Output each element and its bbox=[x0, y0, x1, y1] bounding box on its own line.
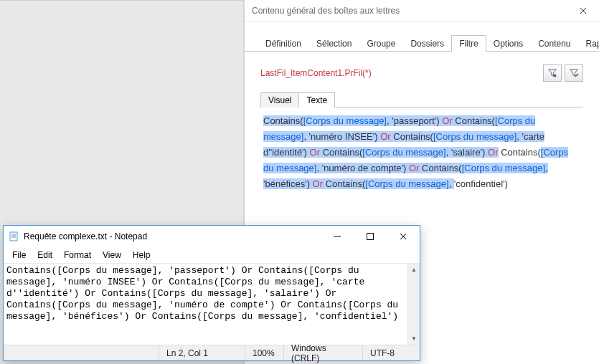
status-zoom: 100% bbox=[245, 345, 283, 360]
filter-token: [Corps du message] bbox=[365, 178, 448, 189]
main-tabs: DéfinitionSélectionGroupeDossiersFiltreO… bbox=[245, 21, 599, 52]
filter-token: Contains( bbox=[419, 163, 461, 173]
tab-contenu[interactable]: Contenu bbox=[530, 35, 578, 52]
filter-token: Or bbox=[442, 115, 452, 126]
window-titlebar: Contenu général des boîtes aux lettres bbox=[245, 0, 599, 21]
filter-token: Or bbox=[310, 147, 320, 158]
subtab-visuel[interactable]: Visuel bbox=[260, 92, 299, 107]
maximize-icon bbox=[367, 233, 374, 240]
sub-tabs: VisuelTexte bbox=[260, 92, 583, 107]
expression-row: LastFil_ItemContent1.PrFil(*) bbox=[260, 64, 583, 82]
subtab-texte[interactable]: Texte bbox=[298, 92, 335, 107]
status-encoding: UTF-8 bbox=[362, 345, 420, 360]
notepad-menubar: FileEditFormatViewHelp bbox=[4, 247, 420, 264]
filter-token: 'numéro de compte' bbox=[322, 163, 403, 173]
status-position: Ln 2, Col 1 bbox=[159, 345, 245, 360]
tab-body: LastFil_ItemContent1.PrFil(*) VisuelText… bbox=[245, 52, 599, 211]
status-eol: Windows (CRLF) bbox=[283, 345, 362, 360]
filter-token: , bbox=[517, 131, 522, 142]
filter-check-button[interactable] bbox=[565, 64, 583, 82]
filter-token: 'confidentiel') bbox=[454, 178, 508, 189]
filter-token: 'numéro INSEE' bbox=[309, 131, 375, 142]
status-spacer bbox=[4, 345, 159, 360]
notepad-icon bbox=[8, 231, 19, 242]
tab-groupe[interactable]: Groupe bbox=[359, 35, 403, 52]
filter-token: Contains( bbox=[263, 115, 303, 126]
tab-rapport[interactable]: Rapport bbox=[578, 35, 599, 52]
menu-edit[interactable]: Edit bbox=[32, 249, 58, 262]
notepad-title: Requête complexe.txt - Notepad bbox=[24, 231, 321, 241]
close-icon bbox=[580, 7, 587, 14]
filter-token: [Corps du message] bbox=[433, 131, 517, 142]
svg-rect-1 bbox=[10, 232, 17, 241]
filter-token: Contains( bbox=[323, 178, 365, 189]
filter-token: , bbox=[449, 178, 454, 189]
expression-text: LastFil_ItemContent1.PrFil(*) bbox=[260, 68, 540, 78]
svg-rect-0 bbox=[554, 75, 557, 77]
filter-token: ) bbox=[304, 147, 310, 158]
filter-token: ) bbox=[307, 178, 313, 189]
tab-filtre[interactable]: Filtre bbox=[451, 35, 486, 52]
filter-token: Contains( bbox=[453, 115, 495, 126]
filter-token: ) bbox=[482, 147, 488, 158]
editor-wrap: Contains([Corps du message], 'passeport'… bbox=[4, 264, 420, 345]
filter-token: Or bbox=[409, 163, 419, 173]
filter-token: [Corps du message] bbox=[362, 147, 445, 158]
notepad-close-button[interactable] bbox=[387, 226, 420, 247]
funnel-check-icon bbox=[569, 68, 579, 78]
filter-token: , bbox=[316, 163, 321, 173]
tab-options[interactable]: Options bbox=[486, 35, 531, 52]
scroll-down-icon[interactable]: ▼ bbox=[408, 332, 420, 345]
filter-token: [Corps du message] bbox=[462, 163, 545, 173]
filter-token: 'passeport' bbox=[392, 115, 436, 126]
filter-token: [Corps du message] bbox=[303, 115, 387, 126]
filter-token: , bbox=[545, 163, 548, 173]
notepad-window: Requête complexe.txt - Notepad FileEditF… bbox=[3, 225, 420, 361]
filter-token: , bbox=[446, 147, 451, 158]
tab-sélection[interactable]: Sélection bbox=[308, 35, 359, 52]
minimize-button[interactable] bbox=[321, 226, 354, 247]
menu-file[interactable]: File bbox=[6, 249, 32, 262]
filter-token: 'salaire' bbox=[451, 147, 482, 158]
filter-token: ) bbox=[403, 163, 409, 173]
menu-format[interactable]: Format bbox=[58, 249, 97, 262]
filter-options-button[interactable] bbox=[543, 64, 562, 82]
vertical-scrollbar[interactable]: ▲ ▼ bbox=[407, 264, 420, 345]
filter-token: Or bbox=[380, 131, 390, 142]
tab-définition[interactable]: Définition bbox=[258, 35, 309, 52]
tab-dossiers[interactable]: Dossiers bbox=[402, 35, 452, 52]
notepad-statusbar: Ln 2, Col 1 100% Windows (CRLF) UTF-8 bbox=[4, 345, 420, 360]
minimize-icon bbox=[334, 233, 341, 240]
close-icon bbox=[400, 233, 407, 240]
filter-token: 'bénéfices' bbox=[263, 178, 307, 189]
scroll-up-icon[interactable]: ▲ bbox=[408, 264, 420, 276]
notepad-titlebar[interactable]: Requête complexe.txt - Notepad bbox=[4, 226, 420, 247]
filter-token: Contains( bbox=[391, 131, 433, 142]
window-title: Contenu général des boîtes aux lettres bbox=[252, 6, 567, 16]
notepad-editor[interactable]: Contains([Corps du message], 'passeport'… bbox=[4, 264, 407, 345]
maximize-button[interactable] bbox=[354, 226, 387, 247]
filter-token: Or bbox=[488, 147, 498, 158]
close-button[interactable] bbox=[567, 0, 599, 21]
filter-text-content[interactable]: Contains([Corps du message], 'passeport'… bbox=[260, 107, 583, 198]
funnel-icon bbox=[547, 68, 557, 78]
menu-view[interactable]: View bbox=[97, 249, 127, 262]
filter-token: Or bbox=[313, 178, 323, 189]
filter-token: , bbox=[303, 131, 308, 142]
menu-help[interactable]: Help bbox=[127, 249, 156, 262]
filter-token: Contains( bbox=[320, 147, 362, 158]
filter-token: Contains( bbox=[499, 147, 541, 158]
svg-rect-6 bbox=[367, 234, 374, 240]
